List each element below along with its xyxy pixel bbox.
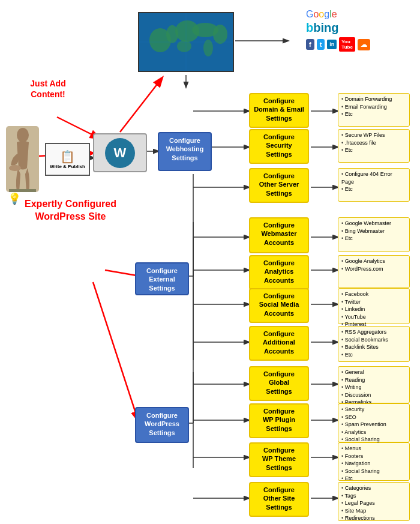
detail-item: Secure WP Files [341, 131, 406, 139]
detail-item: Domain Forwarding [341, 95, 406, 103]
detail-item: Etc [341, 235, 406, 242]
configure-security-box[interactable]: ConfigureSecuritySettings [249, 129, 309, 164]
configure-global-box[interactable]: ConfigureGlobalSettings [249, 366, 309, 401]
additional-details: RSS Aggregators Social Bookmarks Backlin… [338, 326, 410, 362]
additional-list: RSS Aggregators Social Bookmarks Backlin… [341, 328, 406, 358]
configure-wp-theme-box[interactable]: ConfigureWP ThemeSettings [249, 442, 309, 477]
detail-item: SEO [341, 414, 406, 421]
wp-theme-list: Menus Footers Navigation Social Sharing … [341, 445, 406, 483]
detail-item: Redirections [341, 514, 406, 522]
other-site-list: Categories Tags Legal Pages Site Map Red… [341, 484, 406, 522]
expertly-configured-label: Expertly Configured WordPress Site [24, 198, 117, 223]
detail-item: Configure 404 Error Page [341, 170, 406, 185]
detail-item: Bing Webmaster [341, 227, 406, 235]
detail-item: Writing [341, 384, 406, 391]
detail-item: General [341, 369, 406, 376]
detail-item: Social Sharing [341, 468, 406, 475]
just-add-content-label: Just Add Content! [18, 78, 78, 100]
detail-item: Email Forwarding [341, 103, 406, 111]
configure-external-box[interactable]: ConfigureExternalSettings [135, 262, 189, 295]
configure-external-label: ConfigureExternalSettings [146, 267, 178, 292]
detail-item: Etc [341, 146, 406, 154]
svg-point-42 [213, 25, 227, 44]
detail-item: Google Analytics [341, 257, 406, 265]
facebook-icon: f [306, 39, 314, 50]
wp-logo: W [105, 138, 135, 168]
detail-item: Analytics [341, 429, 406, 436]
youtube-icon: YouTube [339, 37, 355, 52]
bing-logo: bbing [306, 21, 414, 35]
configure-social-media-label: ConfigureSocial MediaAccounts [259, 292, 299, 317]
detail-item: Menus [341, 445, 406, 453]
detail-item: Etc [341, 110, 406, 118]
page-container: Google bbing f t in YouTube ☁ Just Add C… [0, 0, 420, 524]
analytics-details: Google Analytics WordPress.com [338, 255, 410, 288]
other-server-details: Configure 404 Error Page Etc [338, 168, 410, 202]
configure-wordpress-box[interactable]: ConfigureWordPressSettings [135, 407, 189, 443]
lightbulb-icon: 💡 [8, 192, 21, 205]
detail-item: Spam Prevention [341, 421, 406, 429]
domain-email-details: Domain Forwarding Email Forwarding Etc [338, 93, 410, 127]
configure-other-server-label: ConfigureOther ServerSettings [259, 172, 299, 197]
google-logo: Google [306, 9, 414, 20]
configure-security-label: ConfigureSecuritySettings [263, 133, 295, 158]
other-site-details: Categories Tags Legal Pages Site Map Red… [338, 482, 410, 521]
detail-item: Etc [341, 351, 406, 359]
configure-wp-theme-label: ConfigureWP ThemeSettings [262, 447, 296, 471]
detail-item: Linkedin [341, 306, 406, 313]
configure-other-server-box[interactable]: ConfigureOther ServerSettings [249, 168, 309, 203]
wp-theme-details: Menus Footers Navigation Social Sharing … [338, 442, 410, 481]
detail-item: Google Webmaster [341, 220, 406, 227]
detail-item: Twitter [341, 298, 406, 306]
domain-email-list: Domain Forwarding Email Forwarding Etc [341, 95, 406, 118]
detail-item: Legal Pages [341, 499, 406, 507]
detail-item: Facebook [341, 291, 406, 298]
notebook-icon: 📋 [60, 149, 75, 164]
detail-item: Footers [341, 453, 406, 460]
configure-domain-email-box[interactable]: Configure Domain & Email Settings [249, 93, 309, 128]
logos-area: Google bbing f t in YouTube ☁ [306, 9, 414, 52]
configure-webhosting-label: ConfigureWebhostingSettings [166, 137, 204, 161]
svg-point-47 [17, 128, 29, 142]
configure-webmaster-label: ConfigureWebmasterAccounts [261, 221, 296, 246]
linkedin-icon: in [327, 40, 337, 49]
configure-analytics-box[interactable]: ConfigureAnalyticsAccounts [249, 255, 309, 290]
configure-webmaster-box[interactable]: ConfigureWebmasterAccounts [249, 217, 309, 253]
detail-item: Backlink Sites [341, 343, 406, 351]
social-icons-row: f t in YouTube ☁ [306, 37, 414, 52]
detail-item: Security [341, 406, 406, 414]
configure-wp-plugin-label: ConfigureWP PluginSettings [263, 408, 295, 432]
twitter-icon: t [317, 39, 325, 50]
configure-webhosting-box[interactable]: ConfigureWebhostingSettings [158, 132, 212, 171]
detail-item: YouTube [341, 313, 406, 321]
wp-laptop: W [93, 133, 147, 172]
detail-item: RSS Aggregators [341, 328, 406, 336]
security-list: Secure WP Files .htaccess file Etc [341, 131, 406, 154]
configure-analytics-label: ConfigureAnalyticsAccounts [263, 259, 295, 284]
detail-item: Social Bookmarks [341, 336, 406, 344]
detail-item: .htaccess file [341, 139, 406, 147]
configure-additional-box[interactable]: ConfigureAdditionalAccounts [249, 326, 309, 361]
configure-additional-label: ConfigureAdditionalAccounts [263, 330, 295, 355]
detail-item: Reading [341, 376, 406, 384]
configure-wordpress-label: ConfigureWordPressSettings [145, 412, 179, 436]
global-list: General Reading Writing Discussion Perma… [341, 369, 406, 406]
write-publish-box: 📋 Write & Publish [45, 143, 90, 176]
other-server-list: Configure 404 Error Page Etc [341, 170, 406, 193]
write-publish-label: Write & Publish [50, 164, 85, 169]
configure-other-site-box[interactable]: ConfigureOther SiteSettings [249, 482, 309, 517]
security-details: Secure WP Files .htaccess file Etc [338, 129, 410, 163]
configure-wp-plugin-box[interactable]: ConfigureWP PluginSettings [249, 403, 309, 438]
detail-item: WordPress.com [341, 265, 406, 273]
configure-other-site-label: ConfigureOther SiteSettings [263, 486, 295, 511]
social-media-list: Facebook Twitter Linkedin YouTube Pinter… [341, 291, 406, 328]
webmaster-details: Google Webmaster Bing Webmaster Etc [338, 217, 410, 252]
thinker-statue [6, 126, 39, 192]
wp-plugin-details: Security SEO Spam Prevention Analytics S… [338, 403, 410, 442]
svg-point-48 [9, 165, 21, 171]
detail-item: Discussion [341, 391, 406, 399]
configure-social-media-box[interactable]: ConfigureSocial MediaAccounts [249, 288, 309, 323]
detail-item: Etc [341, 185, 406, 193]
svg-line-35 [93, 282, 138, 420]
configure-global-label: ConfigureGlobalSettings [263, 370, 295, 395]
